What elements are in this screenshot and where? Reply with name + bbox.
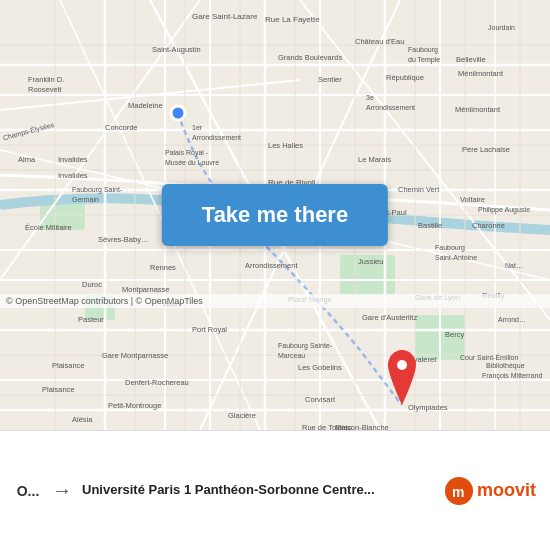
svg-text:Roosevelt: Roosevelt (28, 85, 62, 94)
svg-text:Montparnasse: Montparnasse (122, 285, 170, 294)
svg-text:Duroc: Duroc (82, 280, 102, 289)
svg-text:Chemin Vert: Chemin Vert (398, 185, 440, 194)
svg-text:Le Marais: Le Marais (358, 155, 391, 164)
moovit-logo: m moovit (445, 477, 536, 505)
svg-text:1er: 1er (192, 124, 203, 131)
svg-text:Germain: Germain (72, 196, 99, 203)
svg-text:Philippe Auguste: Philippe Auguste (478, 206, 530, 214)
svg-text:Marceau: Marceau (278, 352, 305, 359)
svg-text:Faubourg Sainte-: Faubourg Sainte- (278, 342, 333, 350)
svg-text:Alésia: Alésia (72, 415, 93, 424)
svg-text:Bibliothèque: Bibliothèque (486, 362, 525, 370)
svg-text:Faubourg: Faubourg (408, 46, 438, 54)
moovit-icon: m (445, 477, 473, 505)
svg-text:Franklin D.: Franklin D. (28, 75, 64, 84)
svg-text:Sèvres-Baby…: Sèvres-Baby… (98, 235, 148, 244)
svg-text:Arrond…: Arrond… (498, 316, 526, 323)
svg-text:Bercy: Bercy (445, 330, 464, 339)
svg-text:Bastille: Bastille (418, 221, 442, 230)
destination-name: Université Paris 1 Panthéon-Sorbonne Cen… (82, 482, 435, 499)
svg-text:Jourdain: Jourdain (488, 24, 515, 31)
svg-text:Rennes: Rennes (150, 263, 176, 272)
svg-text:Gare Montparnasse: Gare Montparnasse (102, 351, 168, 360)
svg-text:Madeleine: Madeleine (128, 101, 163, 110)
svg-text:Musée du Louvre: Musée du Louvre (165, 159, 219, 166)
svg-text:Arrondissement: Arrondissement (245, 261, 298, 270)
svg-text:Saint-Augustin: Saint-Augustin (152, 45, 201, 54)
svg-text:Invalides: Invalides (58, 171, 88, 180)
svg-text:Palais Royal -: Palais Royal - (165, 149, 209, 157)
svg-text:Faubourg Saint-: Faubourg Saint- (72, 186, 123, 194)
svg-text:Pasteur: Pasteur (78, 315, 104, 324)
svg-text:Plaisance: Plaisance (52, 361, 85, 370)
svg-text:Denfert-Rochereau: Denfert-Rochereau (125, 378, 189, 387)
svg-text:Saint-Antoine: Saint-Antoine (435, 254, 477, 261)
svg-text:Ménilmontant: Ménilmontant (458, 69, 504, 78)
arrow-icon: → (52, 479, 72, 502)
svg-text:Olympiades: Olympiades (408, 403, 448, 412)
svg-text:Corvisart: Corvisart (305, 395, 336, 404)
svg-text:Maison-Blanche: Maison-Blanche (335, 423, 389, 430)
svg-text:École Militaire: École Militaire (25, 223, 72, 232)
svg-text:Plaisance: Plaisance (42, 385, 75, 394)
destination-info: Université Paris 1 Panthéon-Sorbonne Cen… (82, 482, 435, 499)
map-container: Gare Saint-Lazare Rue La Fayette Jourdai… (0, 0, 550, 430)
svg-point-123 (397, 360, 407, 370)
svg-text:République: République (386, 73, 424, 82)
svg-text:Belleville: Belleville (456, 55, 486, 64)
svg-text:Gare Saint-Lazare: Gare Saint-Lazare (192, 12, 258, 21)
svg-text:Grands Boulevards: Grands Boulevards (278, 53, 342, 62)
svg-text:m: m (452, 484, 464, 500)
svg-text:Gare d'Austerlitz: Gare d'Austerlitz (362, 313, 417, 322)
svg-text:Glacière: Glacière (228, 411, 256, 420)
take-me-there-button[interactable]: Take me there (162, 184, 388, 246)
svg-text:Père Lachaise: Père Lachaise (462, 145, 510, 154)
svg-text:Faubourg: Faubourg (435, 244, 465, 252)
svg-text:Arrondissement: Arrondissement (192, 134, 241, 141)
svg-text:Concorde: Concorde (105, 123, 138, 132)
svg-text:Les Gobelins: Les Gobelins (298, 363, 342, 372)
svg-text:Charonne: Charonne (472, 221, 505, 230)
moovit-logo-text: moovit (477, 480, 536, 501)
bottom-bar: O... → Université Paris 1 Panthéon-Sorbo… (0, 430, 550, 550)
svg-text:3e: 3e (366, 94, 374, 101)
svg-text:Château d'Eau: Château d'Eau (355, 37, 404, 46)
svg-text:du Temple: du Temple (408, 56, 440, 64)
svg-text:Ménilmontant: Ménilmontant (455, 105, 501, 114)
svg-text:Port Royal: Port Royal (192, 325, 227, 334)
svg-text:Petit-Montrouge: Petit-Montrouge (108, 401, 161, 410)
svg-text:Arrondissement: Arrondissement (366, 104, 415, 111)
svg-text:Sentier: Sentier (318, 75, 342, 84)
svg-text:Alma: Alma (18, 155, 36, 164)
attribution-text: © OpenStreetMap contributors | © OpenMap… (0, 294, 550, 308)
svg-text:Cour Saint-Émillon: Cour Saint-Émillon (460, 353, 518, 361)
svg-text:Invalides: Invalides (58, 155, 88, 164)
svg-text:Les Halles: Les Halles (268, 141, 303, 150)
svg-text:Jussieu: Jussieu (358, 257, 383, 266)
svg-text:François Mitterrand: François Mitterrand (482, 372, 542, 380)
svg-text:Voltaire: Voltaire (460, 195, 485, 204)
origin-label: O... (14, 483, 42, 499)
svg-text:Rue La Fayette: Rue La Fayette (265, 15, 320, 24)
svg-text:Nat…: Nat… (505, 262, 523, 269)
